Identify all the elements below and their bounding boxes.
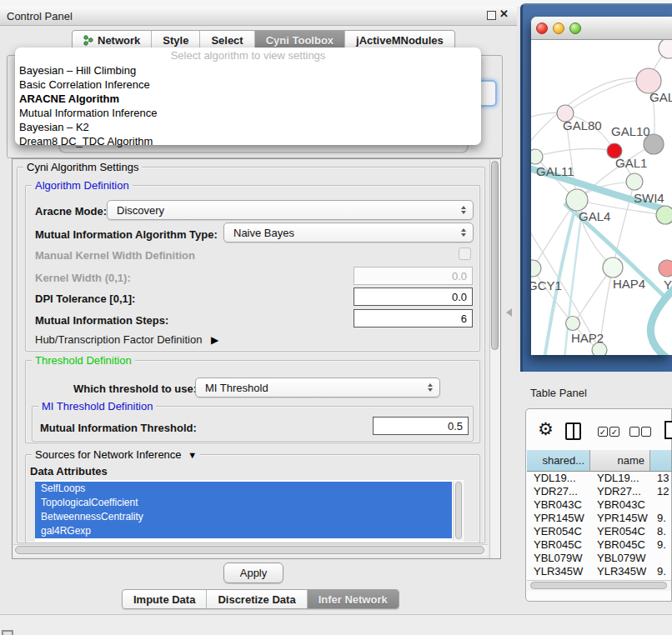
attribute-item[interactable]: SelfLoops [35, 482, 452, 496]
dpi-tolerance-field[interactable]: 0.0 [354, 288, 473, 306]
label-gal4: GAL4 [579, 209, 610, 223]
table-row[interactable]: YBR043CYBR043C [527, 498, 672, 512]
column-header-cut[interactable] [650, 450, 672, 471]
tab-impute-data[interactable]: Impute Data [123, 590, 206, 608]
stepper-icon [461, 228, 466, 237]
network-icon [83, 35, 94, 46]
tab-jactivemnodules[interactable]: jActiveMNodules [344, 31, 454, 49]
mi-steps-field[interactable]: 6 [354, 309, 473, 328]
minimize-traffic-light-icon[interactable] [553, 22, 564, 34]
node-gal1[interactable] [626, 173, 643, 190]
table-row[interactable]: YER054CYER054C8. [527, 525, 672, 538]
tab-network[interactable]: Network [73, 31, 151, 49]
table-row[interactable]: YBL079WYBL079W [527, 552, 672, 565]
table-row[interactable]: YDL19...YDL19...13 [527, 472, 672, 485]
node-gal11[interactable] [531, 149, 543, 164]
manual-kernel-checkbox[interactable] [459, 248, 471, 260]
which-threshold-label: Which threshold to use: [73, 382, 197, 395]
control-panel-titlebar: Control Panel [0, 7, 517, 26]
close-traffic-light-icon[interactable] [536, 22, 548, 34]
data-attributes-label: Data Attributes [30, 465, 108, 478]
settings-horizontal-scrollbar-thumb[interactable] [15, 546, 484, 554]
node-swi4[interactable] [656, 206, 672, 224]
table-row[interactable]: YDR27...YDR27...12 [527, 485, 672, 498]
stepper-icon [461, 206, 466, 214]
algorithm-definition-title: Algorithm Definition [32, 179, 133, 192]
mi-threshold-label: Mutual Information Threshold: [40, 422, 197, 434]
node-table: shared... name YDL19...YDL19...13 YDR27.… [527, 450, 672, 580]
apply-button[interactable]: Apply [223, 562, 283, 583]
deselect-all-icon[interactable] [629, 427, 639, 437]
deselect-all-icon[interactable] [641, 427, 651, 437]
node-hap4[interactable] [603, 258, 623, 278]
tab-discretize-data[interactable]: Discretize Data [206, 590, 306, 608]
dpi-tolerance-label: DPI Tolerance [0,1]: [35, 292, 135, 305]
expanded-arrow-icon[interactable]: ▼ [184, 450, 197, 460]
split-columns-icon[interactable] [565, 422, 581, 440]
splitter-collapse-icon[interactable] [506, 308, 512, 317]
attribute-item[interactable]: TopologicalCoefficient [35, 496, 452, 510]
hub-factor-toggle[interactable]: Hub/Transcription Factor Definition ▶ [35, 333, 218, 346]
node-partial-top[interactable] [659, 40, 672, 58]
column-header-shared-name[interactable]: shared... [527, 450, 590, 471]
algorithm-option[interactable]: Basic Correlation Inference [19, 78, 477, 92]
settings-vertical-scrollbar-thumb[interactable] [491, 161, 499, 350]
data-attributes-list: SelfLoops TopologicalCoefficient Between… [35, 480, 464, 542]
node-gcy1[interactable] [531, 260, 541, 277]
table-header-row: shared... name [527, 450, 672, 472]
algorithm-option[interactable]: Dream8 DC_TDC Algorithm [19, 134, 477, 148]
mi-threshold-group-title: MI Threshold Definition [38, 400, 156, 412]
algorithm-option-selected[interactable]: ARACNE Algorithm [19, 92, 477, 106]
tab-infer-network[interactable]: Infer Network [307, 590, 399, 608]
table-panel-title: Table Panel [530, 387, 587, 399]
attributes-scrollbar[interactable] [453, 481, 463, 541]
node-hap2[interactable] [566, 317, 580, 331]
label-gcy1: GCY1 [531, 278, 562, 292]
aracne-mode-value: Discovery [117, 204, 164, 217]
zoom-traffic-light-icon[interactable] [569, 22, 581, 34]
mi-threshold-field[interactable]: 0.5 [373, 417, 469, 435]
network-graph: GAL GAL80 GAL10 GAL1 GAL11 SWI4 GAL4 GCY… [531, 40, 672, 355]
label-gal80: GAL80 [563, 118, 602, 132]
node-y-cut[interactable] [659, 260, 672, 277]
mi-type-select[interactable]: Naive Bayes [223, 222, 474, 242]
cyni-mode-tabs: Impute Data Discretize Data Infer Networ… [122, 589, 399, 609]
mi-type-label: Mutual Information Algorithm Type: [35, 228, 218, 241]
sources-group-title[interactable]: Sources for Network Inference ▼ [32, 448, 200, 461]
select-all-check-icon[interactable]: ✓ [598, 427, 608, 437]
page-icon[interactable] [664, 421, 672, 439]
label-gal11: GAL11 [536, 164, 574, 178]
attribute-item[interactable]: gal4RGexp [35, 524, 452, 538]
algorithm-option[interactable]: Mutual Information Inference [19, 106, 477, 120]
network-window[interactable]: GAL GAL80 GAL10 GAL1 GAL11 SWI4 GAL4 GCY… [531, 17, 672, 355]
control-panel-title: Control Panel [0, 10, 73, 22]
bottom-area [0, 615, 672, 635]
attribute-item[interactable]: BetweennessCentrality [35, 510, 452, 524]
collapsed-arrow-icon[interactable]: ▶ [205, 334, 218, 346]
select-all-check-icon[interactable]: ✓ [609, 427, 619, 437]
close-icon[interactable]: ✕ [499, 8, 509, 20]
aracne-mode-select[interactable]: Discovery [107, 200, 474, 220]
attributes-scrollbar-thumb[interactable] [455, 482, 462, 539]
which-threshold-select[interactable]: MI Threshold [195, 378, 440, 398]
kernel-width-field[interactable]: 0.0 [354, 267, 473, 285]
node-gal4[interactable] [566, 189, 588, 211]
network-canvas[interactable]: GAL GAL80 GAL10 GAL1 GAL11 SWI4 GAL4 GCY… [531, 40, 672, 355]
tab-cyni-toolbox[interactable]: Cyni Toolbox [254, 31, 344, 49]
column-header-name[interactable]: name [590, 450, 650, 471]
mi-steps-label: Mutual Information Steps: [35, 314, 168, 327]
algorithm-option[interactable]: Bayesian – K2 [19, 120, 477, 134]
table-row[interactable]: YLR345WYLR345W9. [527, 565, 672, 578]
algorithm-option[interactable]: Bayesian – Hill Climbing [19, 63, 477, 78]
table-row[interactable]: YPR145WYPR145W9. [527, 512, 672, 525]
table-horizontal-scrollbar-thumb[interactable] [530, 582, 667, 589]
network-window-titlebar[interactable] [531, 17, 672, 40]
aracne-mode-label: Aracne Mode: [35, 205, 107, 218]
float-window-icon[interactable] [487, 11, 496, 20]
table-row[interactable]: YBR045CYBR045C9. [527, 538, 672, 552]
stepper-icon [428, 383, 433, 392]
tab-select[interactable]: Select [199, 31, 253, 49]
tab-style[interactable]: Style [151, 31, 199, 49]
collapsed-panel-button[interactable] [2, 630, 13, 635]
gear-icon[interactable]: ⚙ [538, 419, 554, 439]
